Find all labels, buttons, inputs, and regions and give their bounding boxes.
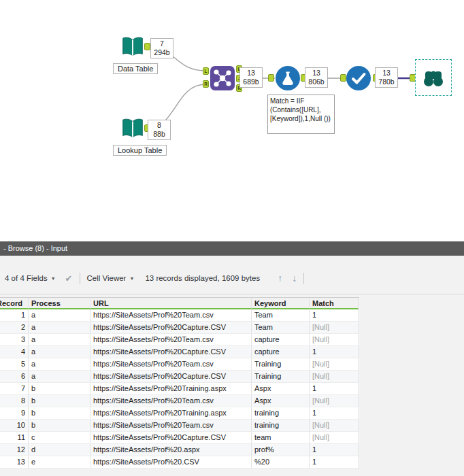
- tool-join[interactable]: [210, 65, 235, 91]
- table-cell: 8: [0, 395, 29, 407]
- table-row[interactable]: 7bhttps://SiteAssets/Prof%20Training.asp…: [0, 383, 359, 395]
- table-cell: a: [29, 371, 90, 382]
- fields-selector-dropdown[interactable]: 4 of 4 Fields ▼: [5, 274, 56, 282]
- table-row[interactable]: 3ahttps://SiteAssets/Prof%20Team.csvcapt…: [0, 334, 359, 346]
- table-cell: https://SiteAssets/Prof%20Capture.CSV: [90, 371, 252, 382]
- table-cell: %20: [252, 456, 310, 468]
- table-cell: 9: [0, 407, 29, 419]
- table-cell: b: [29, 383, 90, 394]
- lookup-table-record-annotation: 8 88b: [148, 120, 171, 140]
- tool-check[interactable]: [346, 65, 371, 91]
- annotation-size: 806b: [308, 78, 325, 86]
- formula-flask-icon: [275, 65, 301, 91]
- table-cell: 1: [310, 456, 359, 468]
- annotation-count: 7: [153, 39, 171, 48]
- table-row[interactable]: 12dhttps://SiteAssets/Prof%20.aspxprof%1: [0, 444, 359, 456]
- table-row[interactable]: 4ahttps://SiteAssets/Prof%20Capture.CSVc…: [0, 346, 359, 358]
- column-header-keyword[interactable]: Keyword: [252, 298, 310, 309]
- annotation-count: 8: [150, 121, 168, 130]
- table-cell: 5: [0, 358, 29, 370]
- column-header-match[interactable]: Match: [310, 298, 359, 309]
- cell-viewer-label: Cell Viewer: [87, 274, 127, 282]
- table-cell: Training: [252, 371, 310, 382]
- column-header-process[interactable]: Process: [29, 298, 90, 309]
- table-cell: https://SiteAssets/Prof%20Team.csv: [90, 309, 252, 321]
- scroll-down-arrow-icon[interactable]: ↓: [292, 273, 297, 284]
- tool-input-data-table[interactable]: [120, 34, 146, 60]
- table-cell: https://SiteAssets/Prof%20Team.csv: [90, 420, 252, 431]
- table-cell: e: [29, 456, 90, 468]
- table-row[interactable]: 1ahttps://SiteAssets/Prof%20Team.csvTeam…: [0, 309, 359, 322]
- table-cell: https://SiteAssets/Prof%20Capture.CSV: [90, 322, 252, 333]
- table-cell: 1: [310, 309, 359, 321]
- cell-viewer-dropdown[interactable]: Cell Viewer ▼: [87, 274, 135, 282]
- table-cell: [Null]: [310, 334, 359, 345]
- table-row[interactable]: 6ahttps://SiteAssets/Prof%20Capture.CSVT…: [0, 371, 359, 383]
- toolbar-divider: [0, 294, 464, 294]
- join-input-anchor-right[interactable]: R: [203, 80, 209, 88]
- tool-formula[interactable]: [275, 65, 301, 91]
- table-cell: https://SiteAssets/Prof%20.aspx: [90, 444, 252, 456]
- table-cell: a: [29, 346, 90, 358]
- table-cell: https://SiteAssets/Prof%20.CSV: [90, 456, 252, 468]
- table-cell: 1: [0, 309, 29, 321]
- table-cell: Team: [252, 322, 310, 333]
- table-cell: capture: [252, 346, 310, 358]
- column-header-record[interactable]: Record: [0, 298, 29, 309]
- apply-check-icon[interactable]: ✔: [65, 273, 73, 284]
- formula-input-anchor[interactable]: [268, 74, 274, 82]
- table-cell: [Null]: [310, 358, 359, 370]
- table-cell: 13: [0, 456, 29, 468]
- tool-input-lookup-table[interactable]: [120, 116, 146, 141]
- table-cell: [Null]: [310, 432, 359, 443]
- table-cell: https://SiteAssets/Prof%20Team.csv: [90, 334, 252, 345]
- toolbar-separator: [303, 273, 304, 284]
- browse-binoculars-icon: [421, 65, 446, 90]
- formula-record-annotation: 13 806b: [305, 67, 328, 88]
- table-row[interactable]: 8bhttps://SiteAssets/Prof%20Team.csvAspx…: [0, 395, 359, 407]
- table-cell: https://SiteAssets/Prof%20Team.csv: [90, 358, 252, 370]
- check-record-annotation: 13 780b: [375, 67, 398, 88]
- table-cell: prof%: [252, 444, 310, 456]
- data-table-label: Data Table: [113, 63, 158, 74]
- connection-wires: [0, 0, 464, 241]
- join-input-anchor-left[interactable]: L: [203, 67, 209, 75]
- table-cell: c: [29, 432, 90, 443]
- table-cell: 1: [310, 407, 359, 419]
- table-cell: Aspx: [252, 383, 310, 394]
- table-cell: Team: [252, 309, 310, 321]
- toolbar-separator: [80, 273, 80, 284]
- input-book-icon: [120, 34, 146, 60]
- table-cell: https://SiteAssets/Prof%20Capture.CSV: [90, 346, 252, 358]
- scroll-up-arrow-icon[interactable]: ↑: [278, 273, 282, 284]
- table-cell: a: [29, 309, 90, 321]
- results-toolbar: 4 of 4 Fields ▼ ✔ Cell Viewer ▼ 13 recor…: [0, 267, 464, 290]
- table-cell: a: [29, 334, 90, 345]
- annotation-size: 689b: [242, 78, 260, 86]
- table-row[interactable]: 10bhttps://SiteAssets/Prof%20Team.csvtra…: [0, 420, 359, 432]
- data-table-record-annotation: 7 294b: [150, 38, 173, 58]
- table-cell: training: [252, 407, 310, 419]
- column-header-url[interactable]: URL: [90, 298, 252, 309]
- annotation-count: 13: [378, 69, 395, 78]
- lookup-table-label: Lookup Table: [113, 145, 167, 156]
- table-row[interactable]: 13ehttps://SiteAssets/Prof%20.CSV%201: [0, 456, 359, 469]
- join-record-annotation: 13 689b: [239, 67, 263, 88]
- table-cell: d: [29, 444, 90, 456]
- browse-data-grid: Record Process URL Keyword Match 1ahttps…: [0, 297, 359, 469]
- table-cell: 1: [310, 444, 359, 456]
- table-row[interactable]: 5ahttps://SiteAssets/Prof%20Team.csvTrai…: [0, 358, 359, 371]
- input-book-icon: [120, 116, 146, 141]
- table-cell: b: [29, 420, 90, 431]
- workflow-canvas: 7 294b Data Table 8 88b Lookup Table L R…: [0, 0, 464, 241]
- table-row[interactable]: 2ahttps://SiteAssets/Prof%20Capture.CSVT…: [0, 322, 359, 334]
- table-cell: 7: [0, 383, 29, 394]
- table-cell: [Null]: [310, 322, 359, 333]
- table-cell: capture: [252, 334, 310, 345]
- table-row[interactable]: 9bhttps://SiteAssets/Prof%20Training.asp…: [0, 407, 359, 420]
- chevron-down-icon: ▼: [51, 276, 56, 281]
- table-row[interactable]: 11chttps://SiteAssets/Prof%20Capture.CSV…: [0, 432, 359, 444]
- tool-browse[interactable]: [415, 59, 452, 96]
- table-cell: 11: [0, 432, 29, 443]
- annotation-count: 13: [242, 69, 260, 78]
